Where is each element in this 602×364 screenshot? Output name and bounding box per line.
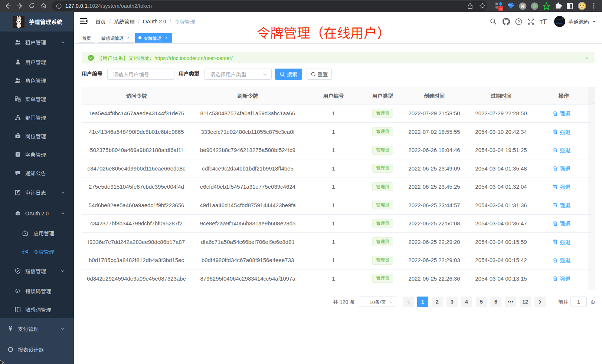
svg-text:?: ? (517, 19, 520, 24)
svg-text:⌘: ⌘ (521, 4, 525, 9)
svg-text:T: T (543, 18, 547, 25)
svg-text:9: 9 (500, 7, 501, 11)
svg-text:T: T (540, 19, 543, 25)
